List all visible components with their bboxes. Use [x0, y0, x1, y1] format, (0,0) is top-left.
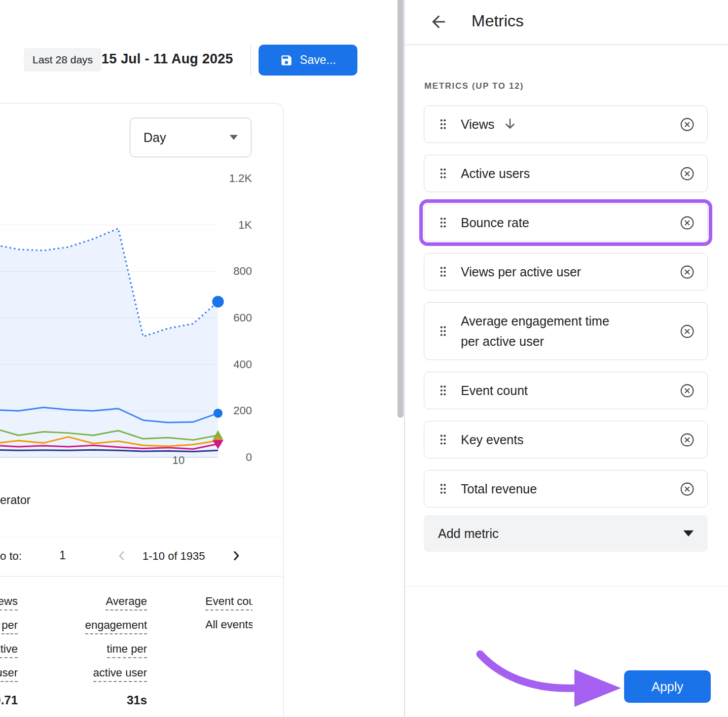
metric-chip-active-users[interactable]: Active users — [424, 155, 708, 192]
footer-divider — [405, 586, 728, 587]
metric-chip-key-events[interactable]: Key events — [424, 421, 708, 458]
metric-list: ViewsActive usersBounce rateViews per ac… — [424, 105, 708, 519]
drag-handle-icon[interactable] — [436, 482, 450, 495]
cell-avg-engagement-time: 31s — [65, 693, 147, 707]
cell-views-per-active-user: 0.71 — [0, 693, 18, 707]
metric-label: Key events — [461, 429, 524, 450]
chevron-down-icon — [230, 135, 238, 140]
drag-handle-icon[interactable] — [436, 216, 450, 229]
remove-metric-button[interactable] — [679, 383, 695, 399]
x-axis-tick: 10 — [167, 454, 190, 467]
metric-label: Bounce rate — [461, 212, 529, 233]
metric-chip-event-count[interactable]: Event count — [424, 372, 708, 409]
header-divider — [250, 45, 251, 75]
metric-label: Active users — [461, 163, 530, 184]
pagination-divider — [0, 537, 282, 537]
metric-label: Views per active user — [461, 262, 581, 282]
chevron-left-icon — [114, 548, 129, 563]
panel-header-border — [405, 44, 728, 45]
date-preset-chip[interactable]: Last 28 days — [24, 48, 101, 71]
add-metric-dropdown[interactable]: Add metric — [424, 515, 708, 552]
remove-metric-button[interactable] — [679, 432, 695, 448]
save-button[interactable]: Save... — [259, 45, 357, 76]
scrollbar-thumb[interactable] — [397, 0, 404, 418]
column-header-views-per-active-user[interactable]: Views per active user — [0, 591, 18, 686]
drag-handle-icon[interactable] — [436, 325, 450, 338]
apply-button[interactable]: Apply — [624, 670, 711, 703]
table-divider — [0, 576, 282, 577]
back-button[interactable] — [427, 11, 450, 33]
annotation-arrow — [469, 640, 631, 716]
metric-chip-average-engagement-time-per-active-user[interactable]: Average engagement time per active user — [424, 302, 708, 360]
pagination-range-label: 1-10 of 1935 — [142, 550, 205, 563]
metric-chip-bounce-rate[interactable]: Bounce rate — [424, 204, 708, 241]
drag-handle-icon[interactable] — [436, 433, 450, 446]
prev-page-button[interactable] — [114, 548, 130, 564]
remove-metric-button[interactable] — [679, 117, 695, 132]
drag-handle-icon[interactable] — [436, 384, 450, 397]
remove-metric-button[interactable] — [679, 481, 695, 497]
add-metric-label: Add metric — [438, 526, 498, 541]
metric-label: Average engagement time per active user — [461, 311, 628, 351]
drag-handle-icon[interactable] — [436, 167, 450, 180]
arrow-left-icon — [429, 12, 448, 31]
column-header-event-count[interactable]: Event count All events — [205, 591, 252, 635]
metric-label: Total revenue — [461, 479, 537, 499]
drag-handle-icon[interactable] — [436, 118, 450, 131]
page-input[interactable]: 1 — [59, 549, 66, 562]
metric-chip-total-revenue[interactable]: Total revenue — [424, 470, 708, 508]
panel-separator — [404, 0, 405, 717]
app-window: Last 28 days 15 Jul - 11 Aug 2025 Save..… — [0, 0, 728, 717]
granularity-select[interactable]: Day — [130, 118, 251, 157]
remove-metric-button[interactable] — [679, 215, 695, 231]
chart-canvas — [0, 168, 218, 462]
remove-metric-button[interactable] — [679, 166, 695, 182]
column-subheader-all-events: All events — [205, 615, 252, 635]
metric-chip-views[interactable]: Views — [424, 105, 708, 143]
granularity-value: Day — [143, 130, 166, 145]
date-range-text[interactable]: 15 Jul - 11 Aug 2025 — [101, 51, 233, 67]
next-page-button[interactable] — [228, 548, 244, 564]
remove-metric-button[interactable] — [679, 324, 695, 339]
sort-arrow-down-icon — [502, 117, 518, 132]
chevron-right-icon — [229, 548, 244, 563]
metric-label: Views — [461, 114, 494, 134]
go-to-label: Go to: — [0, 550, 22, 563]
save-icon — [280, 54, 293, 67]
panel-title: Metrics — [471, 12, 524, 30]
drag-handle-icon[interactable] — [436, 265, 450, 278]
clipped-text: erator — [0, 493, 30, 507]
save-button-label: Save... — [300, 53, 336, 67]
metrics-section-label: METRICS (UP TO 12) — [424, 81, 524, 91]
column-header-avg-engagement-time[interactable]: Average engagement time per active user — [65, 591, 147, 686]
metric-chip-views-per-active-user[interactable]: Views per active user — [424, 253, 708, 291]
triangle-down-icon — [683, 530, 694, 536]
metric-label: Event count — [461, 380, 528, 401]
remove-metric-button[interactable] — [679, 264, 695, 280]
